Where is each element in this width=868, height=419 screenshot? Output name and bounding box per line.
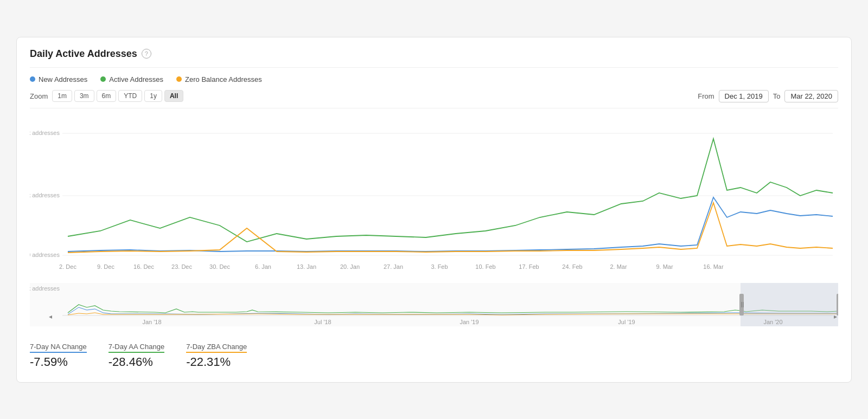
- x-label-5: 6. Jan: [255, 263, 271, 270]
- to-date-input[interactable]: Mar 22, 2020: [784, 90, 838, 102]
- zoom-all-button[interactable]: All: [164, 90, 183, 102]
- x-label-15: 16. Mar: [703, 263, 724, 270]
- mini-chart-right-handle[interactable]: [837, 294, 838, 315]
- metric-na-value: -7.59%: [30, 355, 87, 369]
- x-label-13: 2. Mar: [610, 263, 627, 270]
- x-label-11: 17. Feb: [519, 263, 539, 270]
- date-range: From Dec 1, 2019 To Mar 22, 2020: [698, 90, 838, 102]
- zoom-1y-button[interactable]: 1y: [144, 90, 162, 102]
- controls-row: Zoom 1m 3m 6m YTD 1y All From Dec 1, 201…: [30, 90, 838, 102]
- new-addresses-label: New Addresses: [39, 75, 87, 83]
- metric-zba-change: 7-Day ZBA Change -22.31%: [186, 343, 247, 369]
- x-label-1: 9. Dec: [97, 263, 114, 270]
- metrics-row: 7-Day NA Change -7.59% 7-Day AA Change -…: [30, 337, 838, 369]
- x-label-8: 27. Jan: [384, 263, 403, 270]
- zero-balance-dot: [176, 76, 182, 82]
- zero-balance-line: [68, 203, 833, 253]
- main-chart: 2k addresses 1k addresses 0 addresses 2.…: [30, 112, 838, 280]
- mini-y-label: 2k addresses: [30, 285, 60, 292]
- x-label-2: 16. Dec: [133, 263, 154, 270]
- x-label-12: 24. Feb: [562, 263, 582, 270]
- legend-item-zero-balance: Zero Balance Addresses: [176, 75, 262, 83]
- daily-active-addresses-card: Daily Active Addresses ? New Addresses A…: [16, 37, 852, 383]
- metric-aa-change: 7-Day AA Change -28.46%: [108, 343, 164, 369]
- mini-x-jan19: Jan '19: [459, 319, 478, 325]
- zoom-controls: Zoom 1m 3m 6m YTD 1y All: [30, 90, 183, 102]
- metric-zba-value: -22.31%: [186, 355, 247, 369]
- new-addresses-dot: [30, 76, 35, 82]
- to-label: To: [773, 92, 781, 100]
- scroll-right-arrow[interactable]: ▸: [834, 313, 837, 320]
- legend-item-new-addresses: New Addresses: [30, 75, 87, 83]
- x-label-6: 13. Jan: [297, 263, 316, 270]
- x-label-0: 2. Dec: [59, 263, 76, 270]
- y-label-0: 0 addresses: [30, 252, 60, 258]
- mini-chart-svg: 2k addresses Jan '18 Jul '18 Jan '19 Jul…: [30, 283, 838, 326]
- main-chart-svg: 2k addresses 1k addresses 0 addresses 2.…: [30, 112, 838, 280]
- metric-na-change: 7-Day NA Change -7.59%: [30, 343, 87, 369]
- mini-chart-selection[interactable]: [741, 283, 838, 326]
- metric-aa-label: 7-Day AA Change: [108, 343, 164, 353]
- help-icon[interactable]: ?: [142, 49, 151, 59]
- mini-x-jan18: Jan '18: [142, 319, 161, 325]
- mini-x-jan20: Jan '20: [763, 319, 782, 325]
- zoom-1m-button[interactable]: 1m: [52, 90, 72, 102]
- x-label-10: 10. Feb: [475, 263, 495, 270]
- x-label-9: 3. Feb: [431, 263, 448, 270]
- from-date-input[interactable]: Dec 1, 2019: [719, 90, 769, 102]
- active-addresses-line: [68, 139, 833, 242]
- legend: New Addresses Active Addresses Zero Bala…: [30, 75, 838, 83]
- page-title: Daily Active Addresses: [30, 48, 137, 60]
- metric-zba-label: 7-Day ZBA Change: [186, 343, 247, 353]
- mini-chart: 2k addresses Jan '18 Jul '18 Jan '19 Jul…: [30, 283, 838, 326]
- from-label: From: [698, 92, 714, 100]
- y-label-2k: 2k addresses: [30, 130, 60, 136]
- metric-aa-value: -28.46%: [108, 355, 164, 369]
- scroll-left-arrow[interactable]: ◂: [49, 313, 52, 320]
- x-label-7: 20. Jan: [340, 263, 360, 270]
- x-label-14: 9. Mar: [656, 263, 673, 270]
- new-addresses-line: [68, 197, 833, 252]
- zoom-6m-button[interactable]: 6m: [97, 90, 117, 102]
- metric-na-label: 7-Day NA Change: [30, 343, 87, 353]
- zoom-3m-button[interactable]: 3m: [74, 90, 94, 102]
- zoom-label: Zoom: [30, 92, 48, 100]
- legend-item-active-addresses: Active Addresses: [100, 75, 163, 83]
- x-label-3: 23. Dec: [171, 263, 192, 270]
- mini-x-jul18: Jul '18: [314, 319, 331, 325]
- mini-x-jul19: Jul '19: [618, 319, 635, 325]
- zero-balance-label: Zero Balance Addresses: [185, 75, 262, 83]
- active-addresses-dot: [100, 76, 106, 82]
- active-addresses-label: Active Addresses: [109, 75, 163, 83]
- y-label-1k: 1k addresses: [30, 192, 60, 198]
- card-header: Daily Active Addresses ?: [30, 48, 838, 68]
- divider-top: [30, 108, 838, 108]
- x-label-4: 30. Dec: [209, 263, 230, 270]
- zoom-ytd-button[interactable]: YTD: [118, 90, 142, 102]
